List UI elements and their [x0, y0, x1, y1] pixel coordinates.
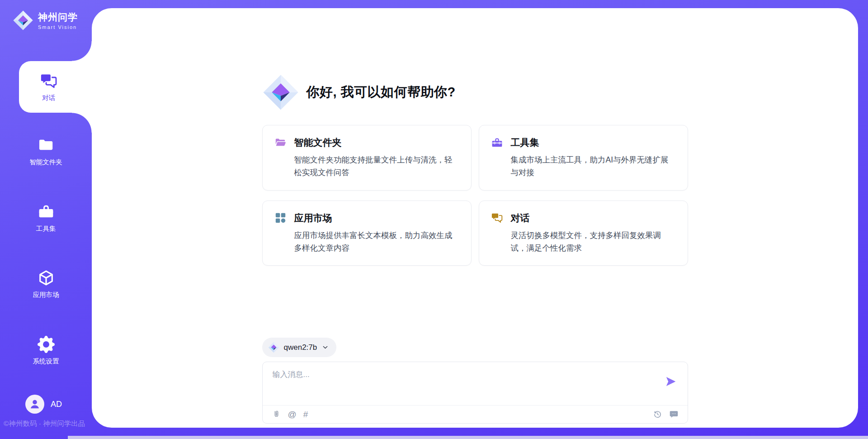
card-title: 工具集	[511, 136, 539, 149]
feedback-button[interactable]	[669, 410, 679, 419]
greeting-text: 你好, 我可以如何帮助你?	[307, 83, 456, 101]
card-title: 应用市场	[294, 212, 332, 224]
folder-icon	[38, 137, 55, 154]
card-chat[interactable]: 对话 灵活切换多模型文件，支持多样回复效果调试，满足个性化需求	[479, 200, 688, 266]
card-toolset[interactable]: 工具集 集成市场上主流工具，助力AI与外界无缝扩展与对接	[479, 125, 688, 191]
avatar	[25, 395, 44, 414]
card-title: 智能文件夹	[294, 136, 342, 149]
brand-diamond-icon	[13, 10, 33, 31]
gear-icon	[38, 336, 55, 353]
sidebar-item-label: 对话	[42, 94, 55, 102]
history-icon	[653, 410, 662, 419]
app-logo: 神州问学 Smart Vision	[13, 10, 78, 31]
sidebar-item-settings[interactable]: 系统设置	[0, 336, 92, 366]
user-name: AD	[51, 400, 62, 409]
send-button[interactable]	[665, 376, 677, 387]
user-icon	[29, 399, 40, 410]
sidebar-item-label: 工具集	[36, 224, 56, 233]
page-bottom-strip	[68, 436, 868, 439]
sidebar-item-label: 智能文件夹	[29, 158, 62, 167]
chevron-down-icon	[321, 344, 329, 351]
model-name: qwen2:7b	[284, 343, 317, 352]
message-input[interactable]	[263, 362, 651, 401]
sidebar-item-toolset[interactable]: 工具集	[0, 203, 92, 233]
chat-square-icon	[669, 410, 679, 419]
paperclip-icon	[272, 410, 281, 419]
grid-icon	[274, 212, 287, 224]
sidebar-item-smart-folder[interactable]: 智能文件夹	[0, 137, 92, 167]
sidebar-item-chat[interactable]: 对话	[19, 61, 92, 113]
sidebar: 神州问学 Smart Vision 对话 智能文件夹 工具集 应用市场 系统设置…	[0, 0, 92, 439]
main-panel: 你好, 我可以如何帮助你? 智能文件夹 智能文件夹功能支持批量文件上传与清洗，轻…	[92, 8, 858, 428]
user-account[interactable]: AD	[25, 395, 62, 414]
app-name: 神州问学	[38, 11, 78, 24]
mention-button[interactable]: @	[288, 410, 297, 419]
feature-cards: 智能文件夹 智能文件夹功能支持批量文件上传与清洗，轻松实现文件问答 工具集 集成…	[262, 125, 688, 266]
sidebar-item-app-market[interactable]: 应用市场	[0, 269, 92, 299]
card-description: 灵活切换多模型文件，支持多样回复效果调试，满足个性化需求	[511, 229, 676, 255]
toolbox-icon	[491, 137, 503, 149]
model-logo-icon	[268, 342, 279, 353]
composer-toolbar: @ #	[263, 405, 688, 423]
copyright-footer: ©神州数码 · 神州问学出品	[4, 419, 85, 429]
message-composer: @ #	[262, 362, 688, 424]
app-subtitle: Smart Vision	[38, 24, 78, 30]
card-description: 智能文件夹功能支持批量文件上传与清洗，轻松实现文件问答	[294, 153, 459, 179]
card-description: 集成市场上主流工具，助力AI与外界无缝扩展与对接	[511, 153, 676, 179]
card-description: 应用市场提供丰富长文本模板，助力高效生成多样化文章内容	[294, 229, 459, 255]
card-title: 对话	[511, 212, 530, 224]
folder-open-icon	[274, 137, 287, 149]
model-selector[interactable]: qwen2:7b	[262, 338, 337, 357]
assistant-diamond-icon	[262, 74, 299, 111]
attachment-button[interactable]	[272, 410, 281, 419]
cube-icon	[38, 269, 55, 286]
card-smart-folder[interactable]: 智能文件夹 智能文件夹功能支持批量文件上传与清洗，轻松实现文件问答	[262, 125, 472, 191]
sidebar-item-label: 应用市场	[33, 291, 59, 299]
card-app-market[interactable]: 应用市场 应用市场提供丰富长文本模板，助力高效生成多样化文章内容	[262, 200, 472, 266]
toolbox-icon	[38, 203, 55, 220]
chat-icon	[40, 72, 58, 90]
history-button[interactable]	[653, 410, 662, 419]
sidebar-item-label: 系统设置	[33, 357, 59, 366]
send-icon	[665, 376, 677, 387]
chat-icon	[491, 212, 503, 224]
hash-button[interactable]: #	[303, 410, 308, 419]
greeting: 你好, 我可以如何帮助你?	[262, 74, 688, 111]
